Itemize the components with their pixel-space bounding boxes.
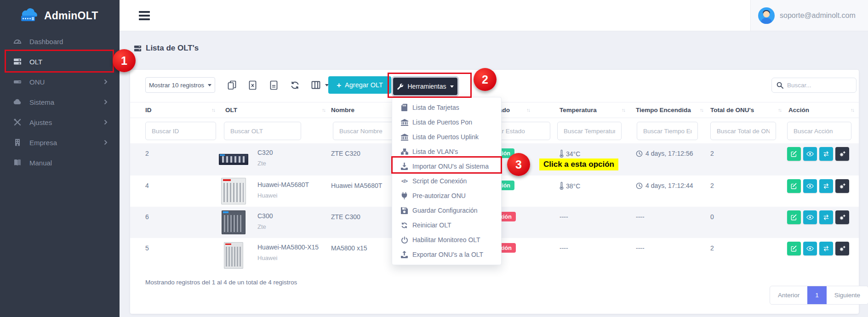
filter-olt-input[interactable] bbox=[224, 122, 301, 140]
edit-button[interactable] bbox=[787, 147, 801, 161]
menu-item-script-de-conexion[interactable]: </> Script de Conexión bbox=[392, 174, 501, 188]
filter-accion-input[interactable] bbox=[787, 122, 851, 140]
cell-total-onus: 2 bbox=[710, 182, 714, 189]
sort-icon[interactable]: ↑↓ bbox=[622, 107, 625, 113]
page-title: Lista de OLT's bbox=[133, 44, 199, 53]
menu-item-lista-de-puertos-pon[interactable]: Lista de Puertos Pon bbox=[392, 115, 501, 130]
sidebar-item-label: Manual bbox=[29, 159, 52, 167]
sidebar-item-sistema[interactable]: Sistema bbox=[0, 92, 120, 112]
sort-icon[interactable]: ↑↓ bbox=[526, 107, 530, 113]
menu-item-lista-de-tarjetas[interactable]: Lista de Tarjetas bbox=[392, 100, 501, 115]
copy-button[interactable] bbox=[228, 77, 236, 93]
menu-item-label: Lista de VLAN's bbox=[412, 148, 458, 155]
user-email: soporte@adminolt.com bbox=[780, 11, 856, 20]
view-button[interactable] bbox=[803, 147, 817, 161]
cell-olt: Huawei-MA5680T Huawei bbox=[257, 181, 309, 199]
menu-item-exportar-onus-a-la-olt[interactable]: Exportar ONU's a la OLT bbox=[392, 247, 501, 262]
olt-model: Huawei-MA5800-X15 bbox=[257, 243, 319, 251]
sidebar-item-dashboard[interactable]: Dashboard bbox=[0, 31, 120, 51]
olt-brand: Huawei bbox=[257, 192, 309, 199]
edit-button[interactable] bbox=[787, 242, 801, 255]
menu-item-pre-autorizar-onu[interactable]: Pre-autorizar ONU bbox=[392, 188, 501, 203]
edit-button[interactable] bbox=[787, 210, 801, 224]
pagination-next[interactable]: Siguiente bbox=[827, 286, 868, 304]
brand-name: AdminOLT bbox=[44, 10, 98, 22]
sitemap-icon bbox=[400, 148, 408, 156]
power-icon bbox=[400, 236, 408, 244]
sort-icon[interactable]: ↑↓ bbox=[322, 107, 325, 113]
show-entries-button[interactable]: Mostrar 10 registros bbox=[145, 77, 215, 93]
column-header-olt[interactable]: OLT bbox=[225, 107, 237, 113]
sidebar-item-ajustes[interactable]: Ajustes bbox=[0, 112, 120, 132]
add-olt-button[interactable]: + Agregar OLT bbox=[328, 76, 391, 94]
app-logo[interactable]: AdminOLT bbox=[0, 0, 120, 31]
settings-button[interactable] bbox=[835, 147, 849, 161]
pagination-prev[interactable]: Anterior bbox=[770, 286, 807, 304]
hamburger-menu-icon[interactable] bbox=[139, 11, 150, 20]
sync-button[interactable] bbox=[819, 147, 833, 161]
menu-item-lista-de-puertos-uplink[interactable]: Lista de Puertos Uplink bbox=[392, 130, 501, 144]
menu-item-label: Lista de Tarjetas bbox=[412, 104, 459, 111]
sort-icon[interactable]: ↑↓ bbox=[778, 107, 781, 113]
olt-model: C320 bbox=[257, 149, 273, 156]
column-header-tiempo[interactable]: Tiempo Encendida bbox=[636, 107, 691, 113]
code-icon: </> bbox=[400, 177, 408, 185]
pagination-page-1[interactable]: 1 bbox=[807, 286, 827, 304]
caret-down-icon bbox=[208, 84, 211, 86]
settings-button[interactable] bbox=[835, 179, 849, 193]
settings-button[interactable] bbox=[835, 242, 849, 255]
search-input[interactable] bbox=[787, 82, 847, 89]
user-menu[interactable]: soporte@adminolt.com bbox=[750, 0, 868, 31]
column-header-accion[interactable]: Acción bbox=[788, 107, 809, 113]
records-summary: Mostrando registros del 1 al 4 de un tot… bbox=[145, 279, 297, 286]
annotation-box-step1 bbox=[5, 50, 114, 73]
sync-button[interactable] bbox=[819, 242, 833, 255]
olt-brand: Zte bbox=[257, 223, 273, 230]
settings-button[interactable] bbox=[835, 210, 849, 224]
cell-nombre: ZTE C300 bbox=[331, 213, 360, 221]
sidebar-item-manual[interactable]: Manual bbox=[0, 153, 120, 173]
cell-tiempo: ---- bbox=[636, 213, 645, 221]
edit-button[interactable] bbox=[787, 179, 801, 193]
row-actions bbox=[787, 210, 849, 224]
column-header-total-onus[interactable]: Total de ONU's bbox=[710, 107, 754, 113]
view-button[interactable] bbox=[803, 179, 817, 193]
menu-item-label: Reiniciar OLT bbox=[412, 221, 451, 229]
menu-item-guardar-configuracion[interactable]: Guardar Configuración bbox=[392, 203, 501, 218]
column-visibility-button[interactable] bbox=[311, 77, 320, 93]
view-button[interactable] bbox=[803, 242, 817, 255]
sidebar-item-empresa[interactable]: Empresa bbox=[0, 132, 120, 153]
column-header-temperatura[interactable]: Temperatura bbox=[560, 107, 597, 113]
filter-id-input[interactable] bbox=[145, 122, 216, 140]
menu-item-habilitar-monitoreo-olt[interactable]: Habilitar Monitoreo OLT bbox=[392, 232, 501, 247]
server-icon bbox=[133, 44, 142, 53]
sync-button[interactable] bbox=[819, 210, 833, 224]
sidebar-item-label: ONU bbox=[29, 78, 45, 86]
export-excel-button[interactable] bbox=[249, 77, 257, 93]
menu-item-label: Lista de Puertos Uplink bbox=[412, 133, 479, 141]
sort-icon[interactable]: ↑↓ bbox=[851, 107, 854, 113]
view-button[interactable] bbox=[803, 210, 817, 224]
sort-icon[interactable]: ↑↓ bbox=[211, 107, 215, 113]
user-avatar bbox=[758, 7, 775, 24]
menu-item-reiniciar-olt[interactable]: Reiniciar OLT bbox=[392, 218, 501, 232]
filter-temperatura-input[interactable] bbox=[557, 122, 622, 140]
cell-temperatura: ---- bbox=[560, 244, 568, 252]
filter-tiempo-input[interactable] bbox=[637, 122, 698, 140]
annotation-note: Click a esta opción bbox=[539, 158, 618, 170]
export-file-button[interactable] bbox=[270, 77, 278, 93]
cell-total-onus: 2 bbox=[710, 244, 714, 252]
filter-total-input[interactable] bbox=[710, 122, 776, 140]
column-header-nombre[interactable]: Nombre bbox=[331, 107, 354, 113]
chevron-right-icon bbox=[104, 140, 108, 145]
column-header-id[interactable]: ID bbox=[145, 107, 152, 113]
sort-icon[interactable]: ↑↓ bbox=[700, 107, 703, 113]
chevron-right-icon bbox=[104, 79, 108, 85]
sync-button[interactable] bbox=[819, 179, 833, 193]
thermometer-icon bbox=[560, 182, 564, 190]
brand-cloud-icon bbox=[18, 8, 40, 23]
annotation-box-step3 bbox=[391, 156, 502, 174]
olt-brand: Zte bbox=[257, 160, 273, 167]
sidebar-item-onu[interactable]: ONU bbox=[0, 72, 120, 92]
refresh-button[interactable] bbox=[290, 77, 300, 93]
